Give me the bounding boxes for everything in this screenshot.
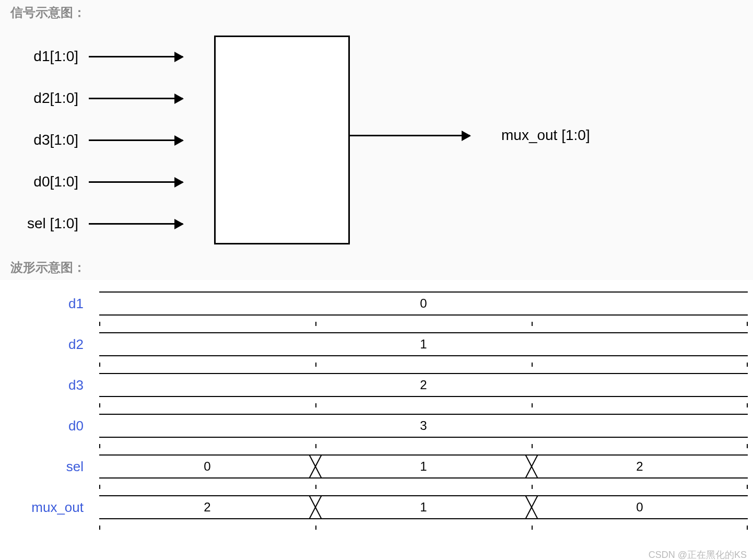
- bus-value: 0: [99, 291, 748, 316]
- arrow-icon: [89, 56, 183, 57]
- tick-row: [99, 526, 748, 530]
- wave-track: 2: [99, 373, 748, 397]
- wave-track: 0 1 2: [99, 454, 748, 479]
- wave-label: d1: [0, 296, 99, 312]
- waveform-diagram: d1 0 d2 1 d3 2 d0 3 sel 0 1: [0, 280, 753, 545]
- bus-value: 1: [99, 332, 748, 356]
- wave-row-d3: d3 2: [0, 367, 753, 403]
- arrow-icon: [89, 98, 183, 99]
- input-label-sel: sel [1:0]: [10, 215, 89, 232]
- bus-value: 1: [315, 454, 532, 479]
- bus-value: 0: [99, 454, 315, 479]
- waveform-title: 波形示意图：: [0, 255, 753, 280]
- input-row: d1[1:0]: [10, 36, 743, 77]
- input-label-d3: d3[1:0]: [10, 132, 89, 148]
- tick-row: [99, 363, 748, 367]
- wave-track: 1: [99, 332, 748, 356]
- wave-label: d2: [0, 336, 99, 353]
- bus-value: 2: [99, 373, 748, 397]
- wave-label: d3: [0, 377, 99, 393]
- input-row: d0[1:0]: [10, 161, 743, 203]
- tick-row: [99, 403, 748, 407]
- wave-row-muxout: mux_out 2 1 0: [0, 489, 753, 526]
- bus-value: 3: [99, 414, 748, 438]
- mux-box: [214, 36, 350, 244]
- input-label-d1: d1[1:0]: [10, 48, 89, 65]
- wave-row-d1: d1 0: [0, 285, 753, 322]
- input-row: d3[1:0]: [10, 119, 743, 161]
- wave-label: d0: [0, 418, 99, 434]
- wave-track: 3: [99, 414, 748, 438]
- bus-value: 2: [532, 454, 748, 479]
- input-label-d0: d0[1:0]: [10, 173, 89, 190]
- output-arrow: [350, 135, 470, 136]
- output-label: mux_out [1:0]: [501, 127, 590, 144]
- input-row: sel [1:0]: [10, 203, 743, 244]
- block-diagram-title: 信号示意图：: [0, 0, 753, 25]
- wave-label: mux_out: [0, 499, 99, 516]
- input-row: d2[1:0]: [10, 77, 743, 119]
- input-label-d2: d2[1:0]: [10, 90, 89, 107]
- wave-label: sel: [0, 459, 99, 475]
- arrow-icon: [89, 181, 183, 183]
- arrow-icon: [89, 223, 183, 225]
- tick-row: [99, 322, 748, 326]
- tick-row: [99, 444, 748, 448]
- arrow-icon: [89, 139, 183, 141]
- wave-row-d2: d2 1: [0, 326, 753, 363]
- wave-track: 0: [99, 291, 748, 316]
- wave-row-d0: d0 3: [0, 407, 753, 444]
- wave-track: 2 1 0: [99, 495, 748, 519]
- bus-value: 1: [315, 495, 532, 519]
- block-diagram: mux_out [1:0] d1[1:0] d2[1:0] d3[1:0] d0…: [0, 25, 753, 255]
- bus-value: 0: [532, 495, 748, 519]
- bus-value: 2: [99, 495, 315, 519]
- watermark: CSDN @正在黑化的KS: [0, 545, 753, 560]
- tick-row: [99, 485, 748, 489]
- wave-row-sel: sel 0 1 2: [0, 448, 753, 485]
